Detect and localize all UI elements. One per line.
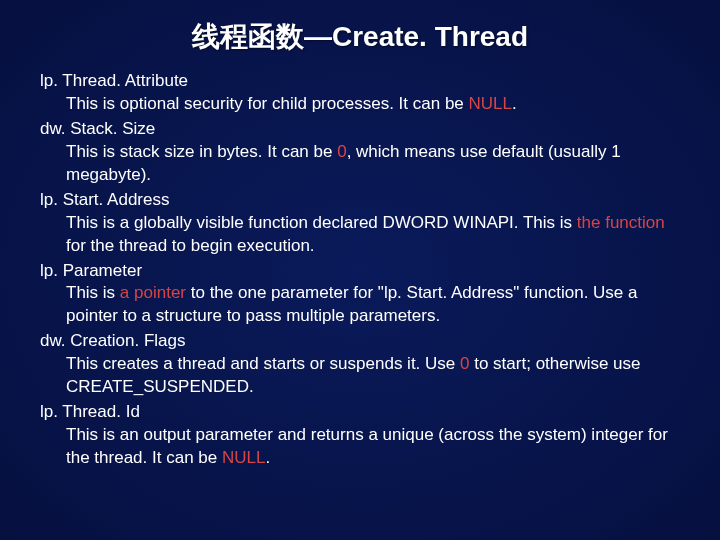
param-desc: This is an output parameter and returns … (40, 424, 680, 470)
slide: 线程函数—Create. Thread lp. Thread. Attribut… (0, 0, 720, 540)
param-desc: This is a globally visible function decl… (40, 212, 680, 258)
param-name: lp. Start. Address (40, 189, 680, 212)
param-name: dw. Stack. Size (40, 118, 680, 141)
param-name: lp. Thread. Attribute (40, 70, 680, 93)
param-desc: This is optional security for child proc… (40, 93, 680, 116)
desc-pre: This is optional security for child proc… (66, 94, 469, 113)
desc-pre: This is an output parameter and returns … (66, 425, 668, 467)
desc-hl: NULL (222, 448, 265, 467)
param-desc: This creates a thread and starts or susp… (40, 353, 680, 399)
desc-post: . (265, 448, 270, 467)
desc-hl: NULL (469, 94, 512, 113)
desc-pre: This creates a thread and starts or susp… (66, 354, 460, 373)
desc-hl: a pointer (120, 283, 186, 302)
desc-post: . (512, 94, 517, 113)
desc-post: for the thread to begin execution. (66, 236, 315, 255)
desc-hl: 0 (337, 142, 346, 161)
desc-hl: the function (577, 213, 665, 232)
slide-title: 线程函数—Create. Thread (40, 18, 680, 56)
desc-hl: 0 (460, 354, 469, 373)
desc-pre: This is stack size in bytes. It can be (66, 142, 337, 161)
param-desc: This is a pointer to the one parameter f… (40, 282, 680, 328)
param-name: dw. Creation. Flags (40, 330, 680, 353)
param-name: lp. Parameter (40, 260, 680, 283)
desc-pre: This is (66, 283, 120, 302)
desc-pre: This is a globally visible function decl… (66, 213, 577, 232)
param-name: lp. Thread. Id (40, 401, 680, 424)
param-desc: This is stack size in bytes. It can be 0… (40, 141, 680, 187)
content-area: lp. Thread. Attribute This is optional s… (40, 70, 680, 470)
